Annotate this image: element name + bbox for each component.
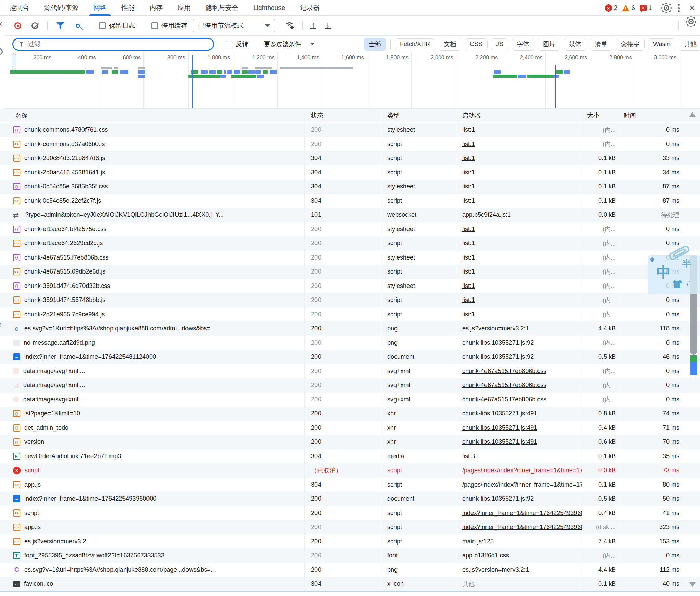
console-error-badge[interactable]: × 2 [605, 4, 618, 12]
ime-punctuation-icon[interactable]: ,· [686, 277, 691, 287]
request-row[interactable]: <>es.js?version=merv3.2200scriptmain.js:… [0, 534, 700, 549]
initiator-link[interactable]: list:1 [462, 126, 475, 133]
request-row[interactable]: {}chunk-3591d474.6d70d32b.css200styleshe… [0, 279, 700, 293]
initiator-link[interactable]: list:1 [462, 226, 475, 233]
request-row[interactable]: ces.svg?v=1&url=https%3A//shop.qianjuke8… [0, 321, 700, 336]
request-name-cell[interactable]: <>app.js [0, 520, 304, 534]
filter-chip-Wasm[interactable]: Wasm [648, 38, 675, 50]
network-settings-gear-icon[interactable] [688, 19, 694, 24]
request-row[interactable]: {}get_admin_todo200xhrchunk-libs.1035527… [0, 421, 700, 435]
request-name-cell[interactable]: <>chunk-3591d474.55748bbb.js [0, 293, 304, 307]
initiator-link[interactable]: list:1 [462, 268, 475, 275]
request-name-cell[interactable]: {}lst?page=1&limit=10 [0, 407, 304, 421]
search-icon[interactable] [76, 24, 80, 28]
filter-chip-套接字[interactable]: 套接字 [616, 38, 645, 51]
request-row[interactable]: <>chunk-4e67a515.09db2e6d.js200scriptlis… [0, 265, 700, 279]
tab-panel-1[interactable]: 源代码/来源 [37, 0, 86, 16]
request-name-cell[interactable]: ×script [0, 463, 304, 478]
request-name-cell[interactable]: <>script [0, 506, 304, 520]
request-row[interactable]: data:image/svg+xml;...200svg+xmlchunk-4e… [0, 378, 700, 393]
initiator-link[interactable]: /pages/index/index?inner_frame=1&time=17… [462, 481, 582, 488]
request-name-cell[interactable]: ⇄?type=admin&token=eyJ0eXAiOiJKV1QiLCJhb… [0, 208, 304, 222]
request-row[interactable]: ≡index?inner_frame=1&time=17642254811240… [0, 350, 700, 364]
disable-cache-toggle[interactable]: 停用缓存 [151, 21, 187, 30]
initiator-link[interactable]: index?inner_frame=1&time=176422549396000… [462, 524, 582, 531]
request-row[interactable]: {}chunk-ef1ace64.bf42575e.css200styleshe… [0, 222, 700, 237]
initiator-link[interactable]: list:1 [462, 282, 475, 290]
initiator-link[interactable]: index?inner_frame=1&time=176422549396000… [462, 509, 582, 517]
request-row[interactable]: data:image/svg+xml;...200svg+xmlchunk-4e… [0, 364, 700, 379]
request-row[interactable]: Ces.svg?v=1&url=https%3A//shop.qianjuke8… [0, 563, 700, 577]
network-conditions-icon[interactable] [285, 22, 295, 30]
request-name-cell[interactable]: ≡index?inner_frame=1&time=17642254939600… [0, 492, 304, 506]
tab-panel-8[interactable]: 记录器 [293, 0, 327, 16]
console-warning-badge[interactable]: ! 6 [622, 4, 635, 12]
scrollbar-up-arrow[interactable] [689, 112, 696, 117]
record-network-log-button[interactable] [14, 22, 21, 29]
initiator-link[interactable]: chunk-libs.10355271.js:491 [462, 438, 537, 446]
request-row[interactable]: <>chunk-ef1ace64.2629cd2c.js200scriptlis… [0, 236, 700, 251]
request-row[interactable]: data:image/svg+xml;...200svg+xmlchunk-4e… [0, 393, 700, 407]
filter-chip-全部[interactable]: 全部 [364, 38, 386, 51]
invert-filter-toggle[interactable]: 反转 [226, 40, 248, 48]
column-header-启动器[interactable]: 启动器 [456, 109, 582, 122]
request-row[interactable]: <>script200scriptindex?inner_frame=1&tim… [0, 506, 700, 520]
request-name-cell[interactable]: <>chunk-0c54c85e.22ef2c7f.js [0, 194, 304, 208]
initiator-link[interactable]: chunk-4e67a515.f7eb806b.css [462, 368, 546, 375]
column-header-状态[interactable]: 状态 [304, 109, 381, 122]
request-row[interactable]: <>chunk-0c54c85e.22ef2c7f.js304scriptlis… [0, 194, 700, 208]
initiator-link[interactable]: chunk-libs.10355271.js:92 [462, 353, 534, 360]
more-options-icon[interactable] [678, 3, 680, 12]
filter-chip-CSS[interactable]: CSS [465, 38, 488, 50]
initiator-link[interactable]: list:1 [462, 311, 475, 318]
request-name-cell[interactable]: Ces.svg?v=1&url=https%3A//shop.qianjuke8… [0, 563, 304, 577]
throttling-select[interactable]: 已停用节流模式 [193, 19, 275, 32]
request-name-cell[interactable]: ces.svg?v=1&url=https%3A//shop.qianjuke8… [0, 321, 304, 336]
request-name-cell[interactable]: {}chunk-0c54c85e.3685b35f.css [0, 180, 304, 194]
request-row[interactable]: <>chunk-3591d474.55748bbb.js200scriptlis… [0, 293, 700, 307]
tab-panel-6[interactable]: 隐私与安全 [198, 0, 246, 16]
request-name-cell[interactable]: {}chunk-commons.4780f761.css [0, 123, 304, 137]
initiator-link[interactable]: es.js?version=merv3.2:1 [462, 325, 529, 332]
initiator-link[interactable]: list:1 [462, 296, 475, 304]
initiator-link[interactable]: main.js:125 [462, 538, 494, 545]
request-name-cell[interactable]: no-message.aaff2d9d.png [0, 336, 304, 350]
request-row[interactable]: ▶newOrderAudioLink.71ee2b71.mp3304medial… [0, 449, 700, 464]
initiator-link[interactable]: chunk-libs.10355271.js:491 [462, 424, 537, 432]
request-name-cell[interactable]: ▶newOrderAudioLink.71ee2b71.mp3 [0, 449, 304, 464]
request-row[interactable]: ×script（已取消）script/pages/index/index?inn… [0, 463, 700, 478]
preserve-log-toggle[interactable]: 保留日志 [99, 21, 135, 30]
initiator-link[interactable]: list:1 [462, 169, 475, 176]
request-name-cell[interactable]: {}get_admin_todo [0, 421, 304, 435]
request-row[interactable]: {}chunk-commons.4780f761.css200styleshee… [0, 123, 700, 137]
request-name-cell[interactable]: <>chunk-2d21e965.7c9ce994.js [0, 307, 304, 322]
initiator-link[interactable]: app.b13ff6d1.css [462, 552, 509, 559]
request-name-cell[interactable]: data:image/svg+xml;... [0, 378, 304, 393]
import-har-icon[interactable]: ↑ [310, 22, 316, 29]
tab-panel-5[interactable]: 应用 [170, 0, 198, 16]
issues-badge[interactable]: × 1 [640, 4, 652, 12]
initiator-link[interactable]: chunk-libs.10355271.js:491 [462, 410, 537, 417]
filter-chip-JS[interactable]: JS [491, 38, 508, 50]
initiator-link[interactable]: chunk-libs.10355271.js:92 [462, 495, 534, 502]
filter-chip-图片[interactable]: 图片 [538, 38, 560, 51]
ime-width-toggle[interactable]: 半 [682, 257, 691, 270]
initiator-link[interactable]: list:3 [462, 453, 475, 460]
request-row[interactable]: {}version200xhrchunk-libs.10355271.js:49… [0, 435, 700, 449]
invert-checkbox[interactable] [226, 41, 232, 47]
filter-chip-Fetch/XHR[interactable]: Fetch/XHR [395, 38, 435, 50]
export-har-icon[interactable]: ↓ [325, 22, 331, 29]
request-name-cell[interactable]: Tfont_2955395_hzsad8tzvr.woff2?t=1637567… [0, 548, 304, 563]
initiator-link[interactable]: app.b5c9f24a.js:1 [462, 211, 511, 218]
request-name-cell[interactable]: <>es.js?version=merv3.2 [0, 534, 304, 549]
initiator-link[interactable]: es.js?version=merv3.2:1 [462, 566, 529, 573]
request-name-cell[interactable]: ≡index?inner_frame=1&time=17642254811240… [0, 350, 304, 364]
overview-window-handle[interactable] [12, 53, 16, 70]
initiator-link[interactable]: list:1 [462, 254, 475, 261]
tab-panel-7[interactable]: Lighthouse [246, 0, 293, 16]
scrollbar-down-arrow[interactable] [689, 582, 696, 587]
request-name-cell[interactable]: {}version [0, 435, 304, 449]
request-row[interactable]: <>chunk-commons.d37a06b0.js200scriptlist… [0, 137, 700, 151]
filter-toggle-icon[interactable] [56, 22, 64, 29]
more-filters-dropdown[interactable]: 更多过滤条件 [264, 40, 315, 48]
